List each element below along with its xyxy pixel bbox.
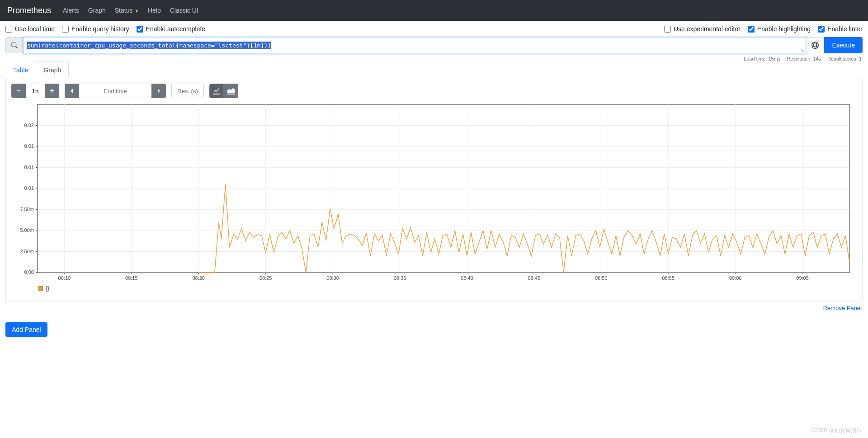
svg-text:2.50m: 2.50m bbox=[20, 249, 34, 254]
svg-text:08:35: 08:35 bbox=[394, 275, 406, 281]
svg-text:08:10: 08:10 bbox=[58, 275, 71, 281]
execute-button[interactable]: Execute bbox=[824, 37, 863, 53]
opt-enable-query-history[interactable]: Enable query history bbox=[62, 25, 129, 33]
legend-swatch bbox=[38, 286, 43, 291]
add-panel-button[interactable]: Add Panel bbox=[5, 322, 47, 337]
line-chart-button[interactable] bbox=[209, 84, 224, 98]
svg-text:5.00m: 5.00m bbox=[20, 227, 34, 233]
remove-panel-link[interactable]: Remove Panel bbox=[823, 305, 862, 311]
opt-experimental-editor[interactable]: Use experimental editor bbox=[664, 25, 741, 33]
nav-classic-ui[interactable]: Classic UI bbox=[165, 3, 203, 18]
meta-resolution: Resolution: 14s bbox=[787, 56, 821, 61]
tab-graph[interactable]: Graph bbox=[36, 61, 69, 78]
tab-table[interactable]: Table bbox=[5, 61, 36, 78]
svg-text:09:05: 09:05 bbox=[796, 275, 809, 281]
meta-result-series: Result series: 1 bbox=[827, 56, 862, 61]
chart-area[interactable]: 0.002.50m5.00m7.50m0.010.010.010.0208:10… bbox=[15, 103, 853, 283]
remove-panel-row: Remove Panel bbox=[0, 301, 868, 315]
resize-handle-icon[interactable] bbox=[800, 47, 804, 52]
checkbox-highlighting[interactable] bbox=[748, 26, 755, 33]
svg-text:0.01: 0.01 bbox=[24, 165, 34, 170]
nav-status[interactable]: Status ▼ bbox=[110, 3, 143, 18]
chevron-down-icon: ▼ bbox=[133, 9, 138, 14]
time-next-button[interactable] bbox=[151, 84, 166, 98]
checkbox-query-history[interactable] bbox=[62, 26, 69, 33]
svg-text:08:20: 08:20 bbox=[192, 275, 205, 281]
svg-text:08:50: 08:50 bbox=[595, 275, 608, 281]
chart-svg: 0.002.50m5.00m7.50m0.010.010.010.0208:10… bbox=[15, 103, 853, 283]
svg-text:7.50m: 7.50m bbox=[20, 207, 34, 212]
checkbox-experimental[interactable] bbox=[664, 26, 671, 33]
opt-use-local-time[interactable]: Use local time bbox=[5, 25, 55, 33]
opt-enable-linter[interactable]: Enable linter bbox=[818, 25, 863, 33]
range-decrease-button[interactable]: − bbox=[11, 84, 26, 98]
svg-text:0.01: 0.01 bbox=[24, 143, 34, 149]
brand[interactable]: Prometheus bbox=[7, 6, 51, 15]
checkbox-linter[interactable] bbox=[818, 26, 825, 33]
svg-text:08:25: 08:25 bbox=[259, 275, 272, 281]
graph-controls: − + bbox=[11, 84, 857, 98]
stacked-chart-button[interactable] bbox=[224, 84, 238, 98]
nav-alerts[interactable]: Alerts bbox=[58, 3, 84, 18]
meta-load-time: Load time: 15ms bbox=[744, 56, 780, 61]
opt-enable-highlighting[interactable]: Enable highlighting bbox=[748, 25, 811, 33]
checkbox-use-local-time[interactable] bbox=[5, 26, 12, 33]
opt-enable-autocomplete[interactable]: Enable autocomplete bbox=[137, 25, 206, 33]
query-row: sum(rate(container_cpu_usage_seconds_tot… bbox=[0, 37, 868, 53]
query-input-wrap[interactable]: sum(rate(container_cpu_usage_seconds_tot… bbox=[24, 37, 806, 53]
tabs: Table Graph bbox=[0, 61, 868, 78]
end-time-input[interactable] bbox=[79, 84, 151, 98]
svg-text:08:40: 08:40 bbox=[461, 275, 473, 281]
graph-panel: − + 0.002.50m5.00m7.50m0.010.010.010.020… bbox=[5, 78, 863, 301]
time-prev-button[interactable] bbox=[65, 84, 79, 98]
legend-label: {} bbox=[46, 285, 49, 292]
svg-text:08:55: 08:55 bbox=[662, 275, 675, 281]
svg-text:0.00: 0.00 bbox=[24, 269, 34, 275]
svg-text:08:15: 08:15 bbox=[125, 275, 138, 281]
svg-text:0.02: 0.02 bbox=[24, 122, 34, 128]
options-row: Use local time Enable query history Enab… bbox=[0, 21, 868, 37]
svg-text:09:00: 09:00 bbox=[729, 275, 742, 281]
legend: {} bbox=[11, 283, 857, 295]
range-input[interactable] bbox=[26, 84, 45, 98]
svg-text:0.01: 0.01 bbox=[24, 185, 34, 191]
svg-text:08:30: 08:30 bbox=[326, 275, 339, 281]
meta-row: Load time: 15ms Resolution: 14s Result s… bbox=[0, 53, 868, 61]
svg-text:08:45: 08:45 bbox=[528, 275, 541, 281]
search-icon bbox=[5, 37, 24, 53]
globe-icon[interactable] bbox=[806, 37, 824, 53]
range-increase-button[interactable]: + bbox=[45, 84, 59, 98]
add-panel-row: Add Panel bbox=[0, 315, 868, 344]
query-expression[interactable]: sum(rate(container_cpu_usage_seconds_tot… bbox=[27, 42, 271, 49]
nav-graph[interactable]: Graph bbox=[84, 3, 110, 18]
checkbox-autocomplete[interactable] bbox=[137, 26, 143, 33]
nav-help[interactable]: Help bbox=[143, 3, 165, 18]
resolution-input[interactable] bbox=[171, 84, 204, 98]
navbar: Prometheus Alerts Graph Status ▼ Help Cl… bbox=[0, 0, 868, 21]
